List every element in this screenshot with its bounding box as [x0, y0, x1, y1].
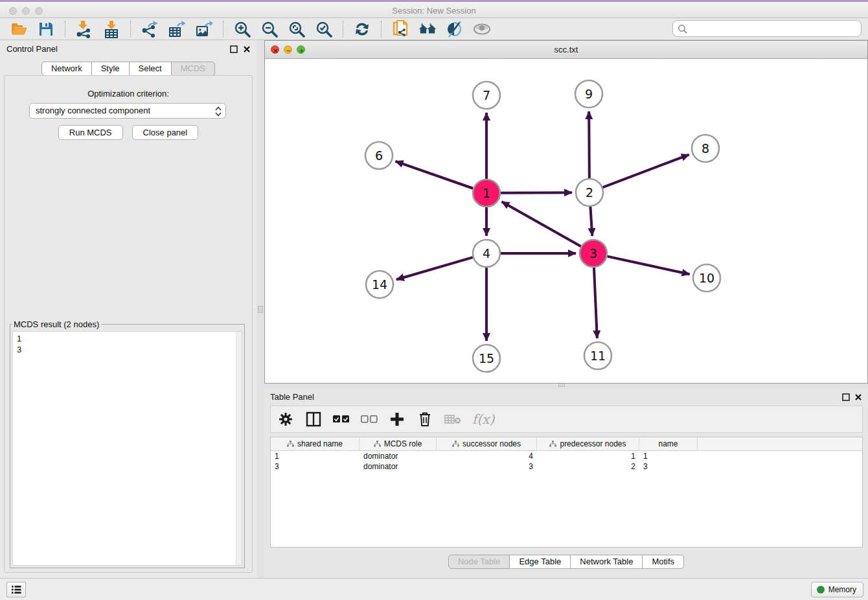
delete-column-icon[interactable]	[417, 411, 433, 428]
cell-name[interactable]: 3	[639, 461, 698, 472]
graphics-details-icon[interactable]	[446, 20, 464, 38]
tab-network[interactable]: Network	[41, 62, 92, 76]
column-header-predecessor_nodes[interactable]: predecessor nodes	[537, 437, 639, 450]
optimization-criterion-select[interactable]: strongly connected component	[29, 103, 226, 119]
graph-node-7[interactable]: 7	[473, 82, 500, 109]
zoom-out-icon[interactable]	[260, 20, 279, 38]
export-table-icon[interactable]	[168, 20, 186, 38]
hide-eye-icon	[473, 20, 491, 38]
table-row[interactable]: 3dominator323	[271, 461, 862, 472]
graph-node-11[interactable]: 11	[584, 342, 611, 369]
graph-node-4[interactable]: 4	[473, 240, 500, 267]
tab-mcds[interactable]: MCDS	[172, 62, 215, 76]
graph-node-3[interactable]: 3	[580, 240, 607, 267]
status-bar: Memory	[0, 578, 868, 600]
network-canvas[interactable]: 7968124314101511	[265, 59, 867, 383]
tree-icon	[287, 441, 294, 447]
cell-name[interactable]: 1	[639, 451, 698, 461]
column-header-name[interactable]: name	[639, 437, 698, 450]
graph-node-2[interactable]: 2	[576, 179, 603, 206]
edge-1-6[interactable]	[395, 161, 473, 189]
tab-network-table[interactable]: Network Table	[571, 555, 643, 569]
table-row[interactable]: 1dominator411	[271, 451, 862, 461]
result-scrollbar[interactable]	[236, 332, 242, 565]
search-field[interactable]	[672, 20, 862, 37]
tab-select[interactable]: Select	[130, 62, 172, 76]
edge-2-3[interactable]	[590, 207, 592, 236]
graph-node-1[interactable]: 1	[473, 179, 500, 207]
tree-icon	[549, 441, 556, 447]
run-mcds-button[interactable]: Run MCDS	[58, 125, 123, 140]
close-panel-icon[interactable]	[243, 44, 251, 52]
float-panel-icon[interactable]	[230, 44, 238, 52]
toolbar-separator	[381, 21, 382, 38]
clone-network-icon[interactable]	[391, 20, 409, 38]
vertical-splitter-handle[interactable]	[258, 306, 263, 313]
export-network-icon[interactable]	[141, 20, 159, 38]
table-panel-title: Table Panel	[270, 392, 314, 402]
cell-predecessor_nodes[interactable]: 2	[537, 461, 639, 472]
zoom-in-icon[interactable]	[233, 20, 251, 38]
zoom-fit-icon[interactable]	[288, 20, 306, 38]
chevron-up-down-icon	[214, 106, 223, 122]
column-label: name	[658, 439, 678, 448]
deselect-all-icon[interactable]	[361, 411, 378, 428]
add-column-icon[interactable]	[389, 411, 405, 428]
column-header-successor_nodes[interactable]: successor nodes	[437, 437, 537, 450]
graph-node-14[interactable]: 14	[366, 271, 393, 298]
svg-text:4: 4	[483, 246, 490, 260]
cell-shared_name[interactable]: 1	[271, 451, 360, 461]
memory-button[interactable]: Memory	[811, 582, 863, 597]
cell-shared_name[interactable]: 3	[271, 461, 360, 472]
graph-node-6[interactable]: 6	[365, 142, 393, 169]
toolbar-separator	[223, 21, 223, 38]
import-network-icon[interactable]	[75, 20, 93, 38]
mcds-result-area[interactable]: 1 3	[12, 331, 242, 566]
cell-successor_nodes[interactable]: 3	[437, 461, 537, 472]
network-window-titlebar[interactable]: scc.txt	[265, 41, 867, 59]
graph-node-9[interactable]: 9	[575, 80, 602, 108]
tab-edge-table[interactable]: Edge Table	[510, 555, 571, 569]
graph-node-15[interactable]: 15	[473, 345, 500, 372]
refresh-layout-icon[interactable]	[353, 20, 371, 38]
svg-text:6: 6	[375, 148, 383, 163]
home-overview-icon[interactable]	[418, 20, 437, 38]
tab-node-table[interactable]: Node Table	[448, 555, 510, 569]
table-toolbar: f(x)	[270, 406, 863, 433]
svg-text:1: 1	[483, 186, 490, 200]
edge-2-9[interactable]	[589, 111, 589, 178]
edge-1-2[interactable]	[501, 192, 572, 193]
split-columns-icon[interactable]	[305, 411, 322, 428]
graph-node-8[interactable]: 8	[692, 135, 719, 162]
open-session-icon[interactable]	[10, 20, 28, 38]
edge-3-11[interactable]	[594, 268, 597, 338]
search-input[interactable]	[690, 22, 857, 35]
edge-4-14[interactable]	[396, 257, 473, 279]
edge-3-10[interactable]	[607, 257, 689, 275]
settings-gear-icon[interactable]	[277, 411, 294, 428]
toolbar-separator	[130, 21, 131, 38]
cell-successor_nodes[interactable]: 4	[437, 451, 537, 461]
network-window-title: scc.txt	[265, 45, 867, 54]
tab-style[interactable]: Style	[92, 62, 130, 76]
column-header-shared_name[interactable]: shared name	[271, 437, 360, 450]
mcds-result-text: 1 3	[17, 333, 21, 355]
table-body: 1dominator4113dominator323	[271, 451, 862, 472]
edge-3-1[interactable]	[502, 202, 581, 246]
cell-mcds_role[interactable]: dominator	[360, 461, 437, 472]
close-table-panel-icon[interactable]	[854, 392, 863, 400]
edge-2-8[interactable]	[603, 155, 689, 188]
tab-motifs[interactable]: Motifs	[643, 555, 684, 569]
close-panel-button[interactable]: Close panel	[132, 125, 199, 140]
save-session-icon[interactable]	[37, 20, 55, 38]
export-image-icon[interactable]	[195, 20, 213, 38]
graph-node-10[interactable]: 10	[693, 264, 720, 292]
zoom-selected-icon[interactable]	[315, 20, 333, 38]
select-all-checked-icon[interactable]	[333, 411, 350, 428]
task-history-button[interactable]	[6, 582, 26, 597]
import-table-icon[interactable]	[102, 20, 120, 38]
column-header-mcds_role[interactable]: MCDS role	[360, 437, 437, 450]
float-table-panel-icon[interactable]	[842, 392, 851, 400]
cell-predecessor_nodes[interactable]: 1	[537, 451, 639, 461]
cell-mcds_role[interactable]: dominator	[360, 451, 437, 461]
